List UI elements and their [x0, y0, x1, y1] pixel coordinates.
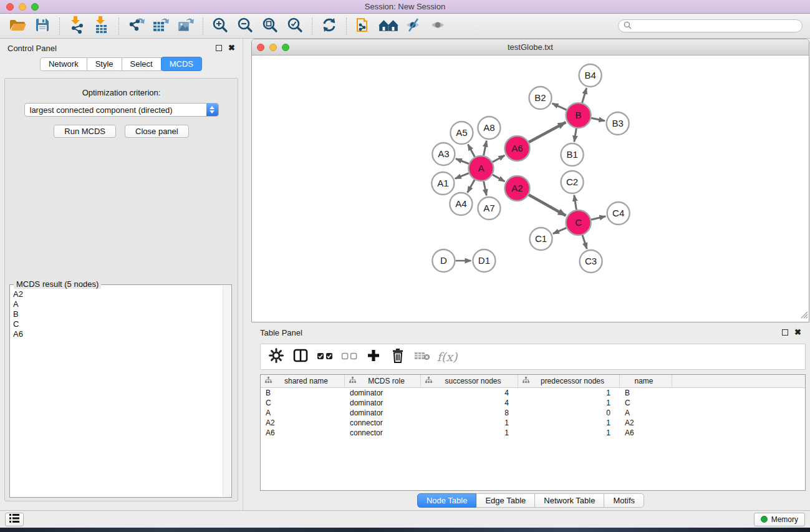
cell-shared-name: A [261, 409, 345, 417]
tab-network-table[interactable]: Network Table [535, 493, 604, 508]
column-header-successor-nodes[interactable]: successor nodes [421, 375, 518, 387]
graph-edge-A-A4[interactable] [468, 180, 475, 192]
select-all-columns-button[interactable] [316, 347, 334, 366]
memory-button[interactable]: Memory [754, 513, 805, 526]
column-header-shared-name[interactable]: shared name [261, 375, 345, 387]
tab-mcds[interactable]: MCDS [161, 57, 202, 71]
cell-name: A2 [620, 418, 672, 427]
cell-MCDS-role: dominator [345, 399, 421, 407]
run-mcds-button[interactable]: Run MCDS [54, 125, 116, 138]
cell-successor-nodes: 4 [421, 399, 518, 407]
graph-edge-C-C1[interactable] [553, 228, 566, 233]
result-item-a[interactable]: A [13, 299, 223, 309]
memory-status-icon [761, 516, 768, 523]
result-item-b[interactable]: B [13, 309, 223, 319]
graph-edge-B-B1[interactable] [574, 128, 576, 142]
criterion-select[interactable]: largest connected component (directed) [24, 103, 219, 117]
graph-edge-B-B2[interactable] [552, 104, 567, 110]
new-network-from-selection-button[interactable] [351, 16, 376, 36]
graph-edge-A-A1[interactable] [455, 173, 469, 179]
graph-node-label-C1: C1 [535, 234, 547, 244]
delete-columns-button[interactable] [388, 347, 407, 366]
cell-shared-name: C [261, 399, 345, 407]
graph-edge-C-C3[interactable] [582, 235, 587, 249]
tab-motifs[interactable]: Motifs [604, 493, 644, 508]
export-table-button[interactable] [148, 16, 173, 36]
open-folder-icon [9, 17, 26, 35]
close-table-panel-icon[interactable]: ✖ [794, 329, 801, 336]
float-table-panel-icon[interactable] [782, 329, 788, 336]
apply-layout-button[interactable] [317, 16, 342, 36]
float-panel-icon[interactable] [216, 45, 222, 51]
network-window-titlebar[interactable]: testGlobe.txt [252, 39, 809, 56]
graph-edge-C-C4[interactable] [591, 216, 605, 220]
save-session-button[interactable] [30, 16, 55, 36]
zoom-out-button[interactable] [233, 16, 258, 36]
import-table-button[interactable] [89, 16, 114, 36]
zoom-in-button[interactable] [208, 16, 233, 36]
open-session-button[interactable] [5, 16, 30, 36]
table-row-A[interactable]: Adominator80A [261, 408, 805, 418]
graph-edge-A2-C[interactable] [529, 195, 566, 215]
show-column-button[interactable] [291, 347, 310, 366]
application-window: Session: New Session [0, 0, 810, 532]
graph-edge-B-B3[interactable] [591, 118, 605, 121]
table-type-tabs: Node TableEdge TableNetwork TableMotifs [417, 493, 644, 508]
zoom-out-icon [237, 17, 253, 36]
network-desktop: testGlobe.txt B4B2BB3A8A5A6A3B1AC2A1A2A4… [243, 39, 810, 510]
graph-edge-A-A8[interactable] [484, 141, 487, 156]
show-all-button[interactable] [426, 16, 451, 36]
status-bar: Memory [0, 510, 810, 528]
export-network-button[interactable] [123, 16, 148, 36]
tab-node-table[interactable]: Node Table [417, 493, 477, 508]
task-history-button[interactable] [5, 513, 24, 526]
close-panel-button[interactable]: Close panel [125, 125, 189, 138]
search-field[interactable] [618, 19, 803, 32]
graph-edge-C-C2[interactable] [574, 195, 577, 210]
tab-network[interactable]: Network [40, 57, 87, 71]
result-item-c[interactable]: C [13, 319, 223, 329]
graph-edge-A-A6[interactable] [493, 155, 505, 162]
hide-selected-button[interactable] [401, 16, 426, 36]
table-row-A6[interactable]: A6connector11A6 [261, 428, 805, 438]
zoom-fit-button[interactable] [258, 16, 282, 36]
tab-select[interactable]: Select [122, 57, 162, 71]
tab-edge-table[interactable]: Edge Table [476, 493, 535, 508]
graph-edge-A-A7[interactable] [484, 181, 487, 196]
unselect-all-columns-button[interactable] [340, 347, 359, 366]
unchecked-boxes-icon [341, 351, 357, 362]
shared-column-icon [523, 377, 529, 385]
document-network-icon [355, 16, 372, 36]
houses-icon [378, 17, 398, 35]
export-image-button[interactable] [173, 16, 198, 36]
table-row-B[interactable]: Bdominator41B [261, 388, 805, 398]
close-panel-icon[interactable]: ✖ [228, 45, 235, 51]
graph-edge-A6-B[interactable] [529, 122, 566, 142]
graph-edge-A-A3[interactable] [456, 159, 469, 164]
first-neighbors-button[interactable] [376, 16, 401, 36]
result-item-a2[interactable]: A2 [13, 289, 223, 299]
graph-edge-A-A2[interactable] [493, 175, 505, 181]
table-settings-button[interactable] [267, 347, 286, 366]
graph-edge-A-A5[interactable] [468, 144, 475, 157]
delete-table-button[interactable] [413, 347, 432, 366]
tab-style[interactable]: Style [87, 57, 122, 71]
search-input[interactable] [635, 22, 797, 31]
column-header-MCDS-role[interactable]: MCDS role [345, 375, 421, 387]
graph-node-label-B3: B3 [612, 118, 623, 129]
cell-MCDS-role: connector [345, 418, 421, 427]
function-builder-button[interactable]: f(x) [437, 347, 456, 366]
import-network-button[interactable] [64, 16, 89, 36]
table-row-C[interactable]: Cdominator41C [261, 398, 805, 408]
zoom-selected-button[interactable] [282, 16, 307, 36]
mcds-result-list: A2ABCA6 [11, 286, 223, 496]
network-canvas[interactable]: B4B2BB3A8A5A6A3B1AC2A1A2A4A7C4CC1DD1C3 [252, 56, 809, 322]
resize-grip-icon[interactable] [800, 310, 808, 321]
graph-edge-B-B4[interactable] [582, 88, 587, 103]
result-item-a6[interactable]: A6 [13, 329, 223, 339]
table-row-A2[interactable]: A2connector11A2 [261, 418, 805, 428]
create-column-button[interactable] [364, 347, 383, 366]
column-header-predecessor-nodes[interactable]: predecessor nodes [518, 375, 620, 387]
column-header-name[interactable]: name [620, 375, 672, 387]
result-scrollbar[interactable] [223, 286, 231, 496]
